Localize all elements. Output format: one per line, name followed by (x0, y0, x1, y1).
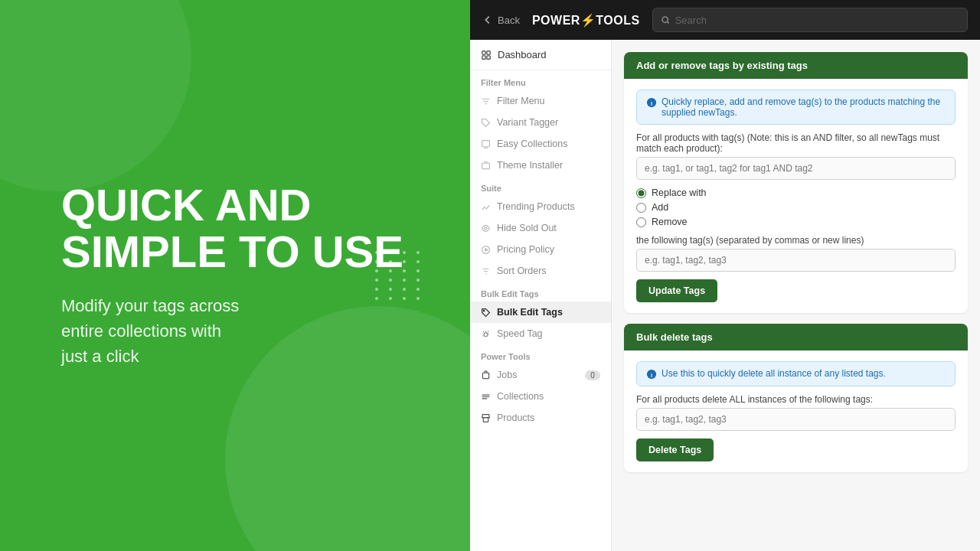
filter-icon (481, 96, 491, 106)
delete-tags-input[interactable] (636, 408, 956, 431)
bulk-edit-section-label: Bulk Edit Tags (470, 282, 611, 302)
sidebar-item-variant-tagger[interactable]: Variant Tagger (470, 112, 611, 133)
sort-icon (481, 266, 491, 276)
svg-text:i: i (651, 100, 652, 107)
search-container (652, 8, 968, 32)
sidebar-item-speed-tag[interactable]: Speed Tag (470, 323, 611, 344)
svg-text:i: i (651, 372, 652, 379)
replace-with-radio[interactable]: Replace with (636, 187, 956, 198)
search-input[interactable] (675, 15, 959, 26)
info-icon-2: i (646, 369, 657, 380)
svg-rect-1 (482, 51, 485, 54)
top-bar: Back POWER⚡TOOLS (470, 0, 980, 40)
speed-icon (481, 329, 491, 339)
back-icon (482, 15, 493, 25)
delete-tags-button[interactable]: Delete Tags (636, 439, 714, 461)
collections-icon (481, 392, 491, 402)
dashboard-label: Dashboard (498, 49, 547, 60)
add-remove-tags-body: i Quickly replace, add and remove tag(s)… (624, 79, 968, 313)
remove-radio[interactable]: Remove (636, 217, 956, 227)
add-radio[interactable]: Add (636, 202, 956, 213)
trending-icon (481, 202, 491, 212)
sidebar-item-bulk-edit-tags[interactable]: Bulk Edit Tags (470, 302, 611, 323)
tag-bulk-icon (481, 308, 491, 318)
delete-all-label: For all products delete ALL instances of… (636, 394, 956, 431)
back-label: Back (498, 15, 520, 26)
products-icon (481, 413, 491, 423)
promo-subtext: Modify your tags across entire collectio… (61, 293, 424, 369)
for-all-products-label: For all products with tag(s) (Note: this… (636, 132, 956, 180)
promo-heading: QUICK AND SIMPLE TO USE (61, 182, 424, 276)
svg-point-0 (662, 17, 668, 22)
sidebar-item-products[interactable]: Products (470, 407, 611, 429)
add-remove-tags-header: Add or remove tags by existing tags (624, 52, 968, 79)
svg-point-10 (484, 332, 488, 336)
sidebar-item-collections[interactable]: Collections (470, 386, 611, 407)
bulk-delete-tags-body: i Use this to quickly delete all instanc… (624, 350, 968, 472)
sidebar-item-theme-installer[interactable]: Theme Installer (470, 155, 611, 176)
svg-rect-5 (482, 140, 490, 146)
sidebar-item-hide-sold-out[interactable]: Hide Sold Out (470, 217, 611, 239)
eye-icon (481, 223, 491, 233)
bulk-delete-info-box: i Use this to quickly delete all instanc… (636, 361, 956, 386)
svg-rect-3 (482, 55, 485, 58)
promo-area: QUICK AND SIMPLE TO USE Modify your tags… (0, 0, 470, 551)
collection-icon (481, 139, 491, 149)
sidebar-item-pricing-policy[interactable]: Pricing Policy (470, 239, 611, 260)
logo: POWER⚡TOOLS (532, 13, 640, 28)
jobs-badge: 0 (585, 370, 600, 380)
add-remove-info-box: i Quickly replace, add and remove tag(s)… (636, 90, 956, 125)
info-icon: i (646, 97, 657, 108)
dashboard-icon (481, 50, 492, 60)
add-remove-info-text: Quickly replace, add and remove tag(s) t… (662, 96, 946, 118)
svg-point-9 (483, 310, 485, 311)
svg-rect-6 (482, 163, 490, 168)
back-button[interactable]: Back (482, 15, 520, 26)
following-tags-field: the following tag(s) (separated by comma… (636, 235, 956, 272)
sidebar-item-easy-collections[interactable]: Easy Collections (470, 133, 611, 155)
svg-rect-12 (483, 417, 488, 422)
update-tags-button[interactable]: Update Tags (636, 279, 717, 302)
sidebar-item-filter-menu[interactable]: Filter Menu (470, 90, 611, 112)
pricing-icon (481, 245, 491, 255)
content-area: Add or remove tags by existing tags i Qu… (612, 40, 980, 551)
filter-menu-section-label: Filter Menu (470, 70, 611, 90)
tag-icon (481, 118, 491, 128)
dot-decoration (375, 251, 424, 300)
power-tools-section-label: Power Tools (470, 344, 611, 364)
sidebar-item-dashboard[interactable]: Dashboard (470, 40, 611, 70)
logo-accent: ⚡ (580, 14, 596, 27)
main-layout: Dashboard Filter Menu Filter Menu Varian… (470, 40, 980, 551)
sidebar-item-trending-products[interactable]: Trending Products (470, 196, 611, 217)
svg-rect-4 (487, 55, 490, 58)
sidebar-item-sort-orders[interactable]: Sort Orders (470, 260, 611, 282)
app-window: Back POWER⚡TOOLS Dashboard (470, 0, 980, 551)
svg-rect-2 (487, 51, 490, 54)
bulk-delete-tags-header: Bulk delete tags (624, 324, 968, 350)
theme-icon (481, 161, 491, 171)
sidebar-item-jobs[interactable]: Jobs 0 (470, 364, 611, 386)
following-tags-input[interactable] (636, 249, 956, 272)
sidebar: Dashboard Filter Menu Filter Menu Varian… (470, 40, 612, 551)
svg-rect-11 (482, 373, 488, 378)
add-remove-tags-card: Add or remove tags by existing tags i Qu… (624, 52, 968, 313)
existing-tags-input[interactable] (636, 157, 956, 180)
svg-point-7 (485, 227, 487, 229)
bulk-delete-tags-card: Bulk delete tags i Use this to quickly d… (624, 324, 968, 472)
suite-section-label: Suite (470, 176, 611, 196)
jobs-icon (481, 370, 491, 380)
search-icon (661, 15, 671, 25)
bulk-delete-info-text: Use this to quickly delete all instance … (662, 368, 886, 379)
action-radio-group: Replace with Add Remove (636, 187, 956, 227)
